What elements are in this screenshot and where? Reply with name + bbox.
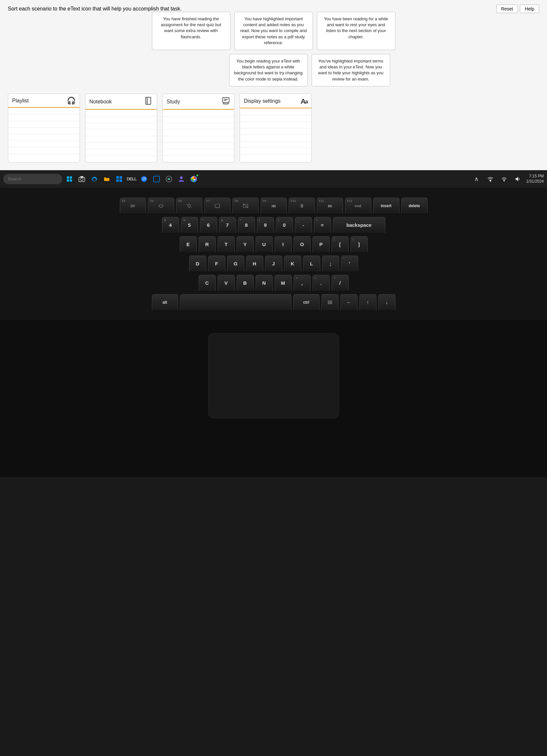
key-lbracket[interactable]: { [ xyxy=(332,236,349,253)
study-icon xyxy=(222,97,230,107)
key-comma[interactable]: < , xyxy=(294,275,311,292)
scenario-card-2[interactable]: You have highlighted important content a… xyxy=(234,12,313,50)
notification-number: 18 xyxy=(141,176,147,182)
notebook-label: Notebook xyxy=(89,99,112,105)
drop-zone-display[interactable]: Display settings Aa xyxy=(240,94,312,162)
key-f12[interactable]: F12 end xyxy=(345,198,371,215)
taskbar-icon-teams[interactable] xyxy=(176,174,187,184)
key-f6[interactable]: F6 xyxy=(176,198,202,215)
key-f[interactable]: F xyxy=(208,256,225,273)
key-r[interactable]: R xyxy=(199,236,216,253)
key-menu[interactable] xyxy=(321,294,338,311)
drop-zone-study-body xyxy=(163,110,234,162)
key-d[interactable]: D xyxy=(189,256,206,273)
key-m[interactable]: M xyxy=(275,275,292,292)
taskbar: DELL 18 ∧ xyxy=(0,170,547,188)
key-slash[interactable]: ? / xyxy=(332,275,349,292)
drop-zone-display-body xyxy=(240,108,311,161)
key-l[interactable]: L xyxy=(303,256,320,273)
svg-rect-14 xyxy=(70,179,72,182)
clock[interactable]: 7:15 PM 1/31/2024 xyxy=(526,174,544,184)
key-semicolon[interactable]: : ; xyxy=(322,256,339,273)
taskbar-wifi-icon[interactable] xyxy=(499,174,509,184)
key-5[interactable]: % 5 xyxy=(181,217,198,234)
key-y[interactable]: Y xyxy=(237,236,254,253)
taskbar-volume-icon[interactable] xyxy=(513,174,523,184)
key-7[interactable]: & 7 xyxy=(219,217,236,234)
drop-zone-notebook[interactable]: Notebook xyxy=(85,94,157,162)
svg-rect-19 xyxy=(119,176,122,179)
svg-line-36 xyxy=(187,204,188,205)
scenario-card-4[interactable]: You begin reading your eText with black … xyxy=(229,54,308,86)
key-f10[interactable]: F10 ⏸ xyxy=(289,198,315,215)
taskbar-icon-notification[interactable]: 18 xyxy=(139,174,149,184)
key-e[interactable]: E xyxy=(180,236,197,253)
taskbar-icon-dell[interactable]: DELL xyxy=(126,174,137,184)
key-delete[interactable]: delete xyxy=(401,198,428,215)
key-rbracket[interactable]: } ] xyxy=(351,236,368,253)
key-ctrl-right[interactable]: ctrl xyxy=(293,294,319,311)
key-o[interactable]: O xyxy=(294,236,311,253)
key-f8[interactable]: F8 xyxy=(232,198,259,215)
key-k[interactable]: K xyxy=(284,256,301,273)
key-4[interactable]: $ 4 xyxy=(162,217,179,234)
help-button[interactable]: Help xyxy=(520,5,539,13)
key-t[interactable]: T xyxy=(218,236,235,253)
key-g[interactable]: G xyxy=(227,256,244,273)
taskbar-icon-explorer[interactable] xyxy=(64,174,75,184)
key-space[interactable] xyxy=(180,294,291,311)
key-p[interactable]: P xyxy=(313,236,330,253)
key-period[interactable]: > . xyxy=(313,275,330,292)
svg-line-42 xyxy=(243,204,248,208)
taskbar-icon-copilot[interactable] xyxy=(164,174,174,184)
key-minus[interactable]: _ - xyxy=(295,217,312,234)
key-v[interactable]: V xyxy=(218,275,235,292)
scenario-card-1[interactable]: You have finished reading the assignment… xyxy=(152,12,230,50)
key-i[interactable]: I xyxy=(275,236,292,253)
key-j[interactable]: J xyxy=(265,256,282,273)
key-0[interactable]: ) 0 xyxy=(276,217,293,234)
taskbar-icon-windows[interactable] xyxy=(114,174,124,184)
key-b[interactable]: B xyxy=(237,275,254,292)
key-alt-left[interactable]: alt xyxy=(152,294,178,311)
taskbar-network-icon[interactable] xyxy=(485,174,496,184)
key-fn-dell[interactable]: F4 D// xyxy=(120,198,146,215)
key-f9[interactable]: F9 ⏮ xyxy=(261,198,287,215)
key-arrow-down[interactable]: ↓ xyxy=(378,294,395,311)
key-f11[interactable]: F11 ⏭ xyxy=(317,198,343,215)
key-arrow-left[interactable]: ← xyxy=(340,294,357,311)
key-insert[interactable]: insert xyxy=(373,198,399,215)
taskbar-icon-edge[interactable] xyxy=(89,174,100,184)
key-9[interactable]: ( 9 xyxy=(257,217,274,234)
svg-rect-43 xyxy=(328,301,332,301)
key-n[interactable]: N xyxy=(256,275,273,292)
key-quote[interactable]: " ' xyxy=(341,256,358,273)
taskbar-chevron-up[interactable]: ∧ xyxy=(471,174,482,184)
trackpad[interactable] xyxy=(208,333,339,418)
scenario-card-3[interactable]: You have been reading for a while and wa… xyxy=(317,12,395,50)
key-c[interactable]: C xyxy=(199,275,216,292)
drop-zone-playlist[interactable]: Playlist 🎧 xyxy=(8,94,80,162)
taskbar-icon-chrome[interactable] xyxy=(189,174,199,184)
key-arrow-up[interactable]: ↑ xyxy=(359,294,376,311)
key-f5[interactable]: F5 xyxy=(148,198,174,215)
study-label: Study xyxy=(167,99,180,105)
svg-point-16 xyxy=(81,178,83,181)
scenario-card-5[interactable]: You've highlighted important terms and i… xyxy=(312,54,390,86)
search-input[interactable] xyxy=(3,174,62,184)
drop-zone-study[interactable]: Study xyxy=(162,94,234,162)
taskbar-icon-files[interactable] xyxy=(101,174,112,184)
dell-logo: DELL xyxy=(127,176,137,181)
instruction-text: Sort each scenario to the eText icon tha… xyxy=(8,6,539,12)
key-8[interactable]: * 8 xyxy=(238,217,255,234)
key-6[interactable]: ^ 6 xyxy=(200,217,217,234)
key-u[interactable]: U xyxy=(256,236,273,253)
taskbar-icon-search[interactable] xyxy=(151,174,162,184)
taskbar-icon-camera[interactable] xyxy=(77,174,87,184)
key-equals[interactable]: + = xyxy=(314,217,331,234)
taskbar-right: ∧ 7:15 PM 1/31/2024 xyxy=(471,174,544,184)
key-f7[interactable]: F7 xyxy=(204,198,230,215)
key-backspace[interactable]: backspace xyxy=(333,217,385,234)
reset-button[interactable]: Reset xyxy=(496,5,518,13)
key-h[interactable]: H xyxy=(246,256,263,273)
